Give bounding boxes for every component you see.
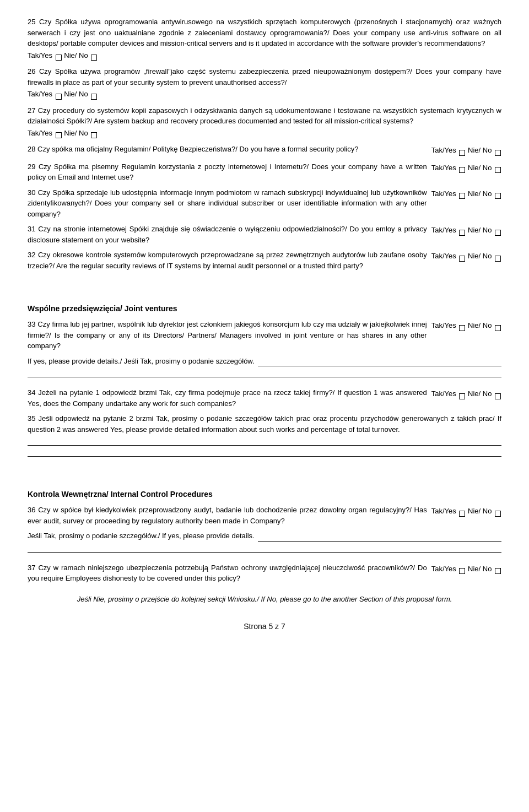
q34-yes-checkbox[interactable] [459, 393, 465, 399]
q29-no-checkbox[interactable] [495, 167, 501, 173]
q26-text-pl: Czy Spółka używa programów „firewall”jak… [39, 67, 410, 75]
q33-text-en: Is the company or any of its Directors/ … [28, 331, 427, 350]
q27-no-checkbox[interactable] [91, 132, 97, 138]
q29-text-pl: Czy Spółka ma pisemny Regulamin korzysta… [39, 163, 306, 171]
question-32: 32 Czy okresowe kontrole systemów komput… [28, 250, 501, 271]
q32-text-en: Are the regular security reviews of IT s… [56, 262, 363, 270]
q30-no-checkbox[interactable] [495, 193, 501, 199]
section-joint-title: Wspólne przedsięwzięcia/ Joint ventures [28, 303, 501, 315]
if-yes-row-33: If yes, please provide details./ Jeśli T… [28, 356, 501, 367]
q35-text-pl: Jeśli odpowiedź na pytanie 2 brzmi Tak, … [39, 414, 495, 423]
q30-number: 30 [28, 188, 38, 197]
q27-text-en: Are system backup and recovery procedure… [94, 117, 413, 125]
q32-no-checkbox[interactable] [495, 256, 501, 262]
q36-no-checkbox[interactable] [495, 511, 501, 517]
q28-yes-checkbox[interactable] [459, 150, 465, 156]
q32-yn: Tak/Yes Nie/ No [431, 251, 501, 263]
footer-italic-note: Jeśli Nie, prosimy o przejście do kolejn… [28, 594, 501, 605]
q33-number: 33 [28, 320, 37, 328]
question-31: 31 Czy na stronie internetowej Spółki zn… [28, 224, 501, 245]
q26-yn: Tak/Yes Nie/ No [28, 89, 501, 101]
q34-number: 34 [28, 388, 38, 397]
question-27: 27 Czy procedury do systemów kopii zapas… [28, 105, 501, 140]
q31-no-checkbox[interactable] [495, 230, 501, 236]
question-28: 28 Czy spółka ma oficjalny Regulamin/ Po… [28, 144, 501, 157]
q25-yes-checkbox[interactable] [56, 55, 62, 61]
q28-text-en: Do you have a formal security policy? [239, 145, 358, 153]
q27-yes-checkbox[interactable] [56, 132, 62, 138]
q31-number: 31 [28, 225, 38, 233]
q27-yn: Tak/Yes Nie/ No [28, 128, 501, 140]
q25-yn: Tak/Yes Nie/ No [28, 50, 501, 62]
if-yes-label-36: Jeśli Tak, prosimy o podanie szczegółów.… [28, 530, 255, 542]
q29-number: 29 [28, 163, 39, 171]
q35-detail-line-2[interactable] [28, 448, 501, 457]
q32-number: 32 [28, 251, 38, 259]
question-36: 36 Czy w spółce był kiedykolwiek przepro… [28, 505, 501, 526]
q26-number: 26 [28, 67, 39, 75]
q37-yes-checkbox[interactable] [459, 568, 465, 574]
detail-line-33[interactable] [28, 369, 501, 377]
q33-no-checkbox[interactable] [495, 325, 501, 331]
q34-no-checkbox[interactable] [495, 393, 501, 399]
question-34: 34 Jeżeli na pytanie 1 odpowiedź brzmi T… [28, 387, 501, 409]
q28-text-pl: Czy spółka ma oficjalny Regulamin/ Polit… [37, 145, 235, 153]
q33-yes-checkbox[interactable] [459, 325, 465, 331]
q27-number: 27 [28, 106, 38, 115]
q31-yes-checkbox[interactable] [459, 230, 465, 236]
q25-no-checkbox[interactable] [91, 55, 97, 61]
q29-yes-checkbox[interactable] [459, 167, 465, 173]
q35-detail-line-1[interactable] [28, 437, 501, 446]
question-37: 37 Czy w ramach niniejszego ubezpieczeni… [28, 562, 501, 584]
q36-yn: Tak/Yes Nie/ No [431, 506, 501, 518]
page-number: Strona 5 z 7 [28, 621, 501, 632]
q34-yn: Tak/Yes Nie/ No [431, 388, 501, 400]
if-yes-row-36: Jeśli Tak, prosimy o podanie szczegółów.… [28, 530, 501, 542]
q30-yn: Tak/Yes Nie/ No [431, 188, 501, 201]
q37-number: 37 [28, 564, 38, 572]
q32-yes-checkbox[interactable] [459, 256, 465, 262]
if-yes-input-36[interactable] [258, 533, 501, 542]
q26-no-checkbox[interactable] [91, 94, 97, 100]
q28-number: 28 [28, 145, 37, 153]
q36-yes-checkbox[interactable] [459, 511, 465, 517]
question-26: 26 Czy Spółka używa programów „firewall”… [28, 66, 501, 101]
detail-line-36[interactable] [28, 544, 501, 553]
q25-number: 25 [28, 18, 39, 26]
if-yes-input-33[interactable] [258, 358, 501, 366]
q26-yes-checkbox[interactable] [56, 94, 62, 100]
q37-text-pl: Czy w ramach niniejszego ubezpieczenia p… [38, 564, 413, 572]
q29-yn: Tak/Yes Nie/ No [431, 163, 501, 175]
q33-yn: Tak/Yes Nie/ No [431, 320, 501, 332]
question-33: 33 Czy firma lub jej partner, wspólnik l… [28, 319, 501, 351]
if-yes-label-33: If yes, please provide details./ Jeśli T… [28, 356, 255, 367]
question-30: 30 Czy Spółka sprzedaje lub udostępnia i… [28, 187, 501, 220]
q37-yn: Tak/Yes Nie/ No [431, 564, 501, 576]
question-25: 25 Czy Spółka używa oprogramowania antyw… [28, 17, 501, 62]
q35-number: 35 [28, 414, 39, 423]
q28-no-checkbox[interactable] [495, 150, 501, 156]
q28-yn: Tak/Yes Nie/ No [431, 145, 501, 157]
q30-yes-checkbox[interactable] [459, 193, 465, 199]
q36-number: 36 [28, 506, 38, 514]
question-29: 29 Czy Spółka ma pisemny Regulamin korzy… [28, 161, 501, 183]
question-35: 35 Jeśli odpowiedź na pytanie 2 brzmi Ta… [28, 413, 501, 457]
q31-text-pl: Czy na stronie internetowej Spółki znajd… [38, 225, 345, 233]
q37-no-checkbox[interactable] [495, 568, 501, 574]
q31-yn: Tak/Yes Nie/ No [431, 225, 501, 237]
section-control-title: Kontrola Wewnętrzna/ Internal Control Pr… [28, 489, 501, 500]
q34-text-pl: Jeżeli na pytanie 1 odpowiedź brzmi Tak,… [38, 388, 332, 397]
q36-text-pl: Czy w spółce był kiedykolwiek przeprowad… [38, 506, 409, 514]
